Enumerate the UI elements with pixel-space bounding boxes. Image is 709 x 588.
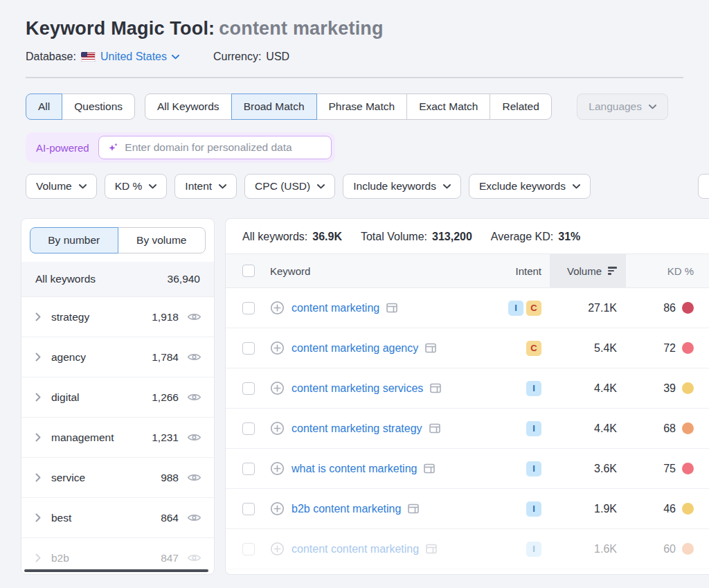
- question-tabs-group: AllQuestions: [26, 93, 135, 120]
- tab-button[interactable]: Related: [490, 93, 551, 120]
- add-keyword-icon[interactable]: [270, 542, 285, 556]
- keyword-link[interactable]: b2b content marketing: [291, 503, 401, 515]
- intent-badge[interactable]: I: [508, 301, 523, 316]
- all-keywords-label: All keywords: [35, 273, 96, 285]
- add-keyword-icon[interactable]: [270, 301, 285, 315]
- eye-icon[interactable]: [187, 553, 201, 563]
- chevron-down-icon: [219, 184, 226, 189]
- match-type-tabs: AllQuestions All KeywordsBroad MatchPhra…: [26, 93, 683, 120]
- group-count: 1,231: [152, 431, 179, 444]
- add-keyword-icon[interactable]: [270, 421, 285, 436]
- tab-button[interactable]: Exact Match: [406, 93, 490, 120]
- serp-features-icon[interactable]: [408, 504, 419, 514]
- column-intent[interactable]: Intent: [515, 265, 550, 277]
- serp-features-icon[interactable]: [386, 303, 397, 313]
- eye-icon[interactable]: [187, 392, 201, 402]
- row-checkbox[interactable]: [242, 463, 255, 475]
- intent-badge[interactable]: I: [526, 542, 541, 557]
- filter-dropdown[interactable]: Include keywords: [343, 174, 461, 199]
- kd-difficulty-dot: [682, 342, 694, 354]
- filter-dropdown-partial[interactable]: [698, 174, 709, 199]
- column-keyword[interactable]: Keyword: [270, 265, 501, 277]
- keyword-link[interactable]: content marketing services: [291, 382, 423, 395]
- all-keywords-count: 36,940: [168, 273, 200, 285]
- sidebar-sort-tab[interactable]: By number: [30, 227, 118, 253]
- filter-label: Volume: [36, 180, 72, 193]
- table-header: Keyword Intent Volume KD %: [226, 253, 709, 288]
- filter-label: Include keywords: [353, 180, 436, 193]
- sidebar-scrollbar[interactable]: [24, 569, 208, 572]
- row-checkbox[interactable]: [242, 382, 255, 395]
- tab-button[interactable]: Questions: [62, 93, 135, 120]
- stat-value: 313,200: [432, 231, 472, 243]
- ai-powered-badge: AI-powered: [36, 142, 89, 154]
- intent-badge[interactable]: I: [526, 381, 541, 396]
- stat-label: Total Volume:: [361, 231, 427, 243]
- eye-icon[interactable]: [187, 513, 201, 523]
- keyword-group-item[interactable]: management 1,231: [21, 418, 214, 458]
- domain-input-wrap: [98, 136, 332, 159]
- filter-dropdown[interactable]: Intent: [174, 174, 237, 199]
- row-checkbox[interactable]: [242, 342, 255, 355]
- row-checkbox[interactable]: [242, 503, 255, 515]
- tab-button[interactable]: Broad Match: [231, 93, 317, 120]
- add-keyword-icon[interactable]: [270, 381, 285, 395]
- column-kd[interactable]: KD %: [667, 265, 709, 277]
- select-all-checkbox[interactable]: [242, 265, 255, 277]
- all-keywords-group[interactable]: All keywords 36,940: [21, 262, 214, 297]
- keyword-group-item[interactable]: agency 1,784: [21, 337, 214, 377]
- serp-features-icon[interactable]: [429, 423, 440, 434]
- add-keyword-icon[interactable]: [270, 461, 285, 476]
- eye-icon[interactable]: [187, 352, 201, 362]
- keyword-group-item[interactable]: service 988: [21, 458, 214, 498]
- row-checkbox[interactable]: [242, 422, 255, 435]
- stat-value: 36.9K: [312, 231, 342, 243]
- serp-features-icon[interactable]: [424, 463, 435, 474]
- group-name: strategy: [51, 311, 152, 323]
- filter-dropdown[interactable]: KD %: [105, 174, 168, 199]
- domain-input[interactable]: [125, 141, 321, 154]
- eye-icon[interactable]: [187, 432, 201, 443]
- keyword-link[interactable]: content content marketing: [291, 543, 419, 555]
- chevron-right-icon: [35, 312, 41, 321]
- serp-features-icon[interactable]: [425, 343, 436, 353]
- group-count: 988: [161, 472, 179, 484]
- add-keyword-icon[interactable]: [270, 341, 285, 355]
- tab-button[interactable]: All Keywords: [145, 93, 232, 120]
- kd-value: 75: [663, 463, 676, 475]
- intent-badge[interactable]: C: [526, 301, 541, 316]
- intent-badge[interactable]: C: [526, 341, 541, 356]
- eye-icon[interactable]: [187, 312, 201, 322]
- serp-features-icon[interactable]: [430, 383, 441, 393]
- filter-dropdown[interactable]: Volume: [26, 174, 97, 199]
- keyword-link[interactable]: content marketing agency: [291, 342, 418, 355]
- column-volume[interactable]: Volume: [550, 254, 626, 287]
- database-selector[interactable]: United States: [81, 51, 179, 63]
- keyword-group-item[interactable]: best 864: [21, 498, 214, 538]
- row-checkbox[interactable]: [242, 543, 255, 555]
- page-header: Keyword Magic Tool:content marketing Dat…: [0, 0, 709, 78]
- filter-dropdown[interactable]: Exclude keywords: [469, 174, 591, 199]
- add-keyword-icon[interactable]: [270, 501, 285, 516]
- chevron-down-icon: [317, 184, 325, 189]
- keyword-link[interactable]: what is content marketing: [291, 463, 417, 475]
- sidebar-sort-tab[interactable]: By volume: [118, 227, 206, 253]
- tab-button[interactable]: All: [26, 93, 62, 120]
- kd-value: 60: [663, 543, 676, 555]
- keyword-link[interactable]: content marketing: [291, 302, 379, 314]
- kd-value: 46: [663, 503, 676, 515]
- keyword-group-item[interactable]: digital 1,266: [21, 377, 214, 418]
- filter-label: KD %: [115, 180, 143, 193]
- intent-badge[interactable]: I: [526, 461, 541, 476]
- filter-dropdown[interactable]: CPC (USD): [244, 174, 335, 199]
- keyword-group-item[interactable]: strategy 1,918: [21, 297, 214, 337]
- eye-icon[interactable]: [187, 472, 201, 483]
- languages-dropdown[interactable]: Languages: [577, 93, 668, 120]
- currency-label: Currency:: [213, 51, 261, 63]
- tab-button[interactable]: Phrase Match: [316, 93, 408, 120]
- intent-badge[interactable]: I: [526, 501, 541, 517]
- keyword-link[interactable]: content marketing strategy: [291, 422, 422, 435]
- serp-features-icon[interactable]: [426, 544, 437, 554]
- row-checkbox[interactable]: [242, 302, 255, 314]
- intent-badge[interactable]: I: [526, 421, 541, 436]
